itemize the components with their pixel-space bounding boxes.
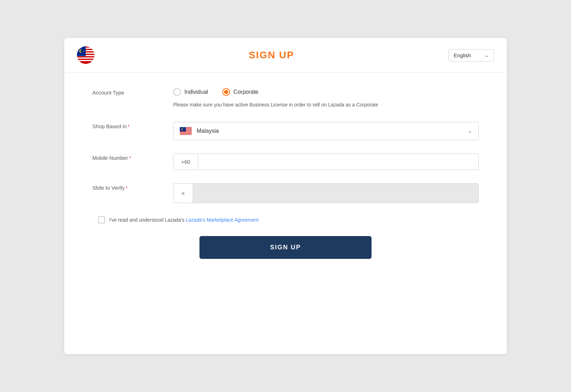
svg-rect-16 — [180, 132, 192, 133]
svg-point-9 — [80, 50, 83, 53]
radio-corporate[interactable]: Corporate — [222, 88, 258, 96]
svg-rect-6 — [77, 60, 94, 61]
malaysia-flag-icon — [180, 127, 192, 135]
page-header: SIGN UP English ⌄ — [64, 38, 507, 73]
svg-rect-18 — [180, 134, 192, 135]
agreement-label: I've read and understood Lazada's Lazada… — [109, 217, 258, 223]
mobile-input-group: +60 — [173, 153, 479, 170]
shop-based-in-label: Shop Based in* — [92, 122, 173, 129]
shop-based-in-content: Malaysia ⌄ — [173, 122, 479, 140]
shop-based-in-row: Shop Based in* — [92, 122, 479, 140]
corporate-notice: Please make sure you have active Busines… — [173, 101, 412, 109]
logo — [77, 46, 94, 64]
agreement-checkbox[interactable] — [98, 216, 105, 223]
svg-rect-17 — [180, 133, 192, 134]
marketplace-agreement-link[interactable]: Lazada's Marketplace Agreement — [186, 217, 258, 223]
slide-to-verify-content: » — [173, 183, 479, 203]
radio-individual-label: Individual — [184, 89, 208, 95]
account-type-content: Individual Corporate Please make sure yo… — [173, 88, 479, 109]
slide-to-verify-label: Slide to Verify* — [92, 183, 173, 191]
mobile-number-row: Mobile Number* +60 — [92, 153, 479, 170]
required-star-verify: * — [126, 185, 128, 191]
mobile-number-input[interactable] — [198, 154, 478, 170]
agreement-row: I've read and understood Lazada's Lazada… — [92, 216, 479, 223]
required-star-shop: * — [128, 123, 130, 129]
svg-rect-5 — [77, 58, 94, 59]
shop-selected-country: Malaysia — [197, 128, 219, 134]
language-selector[interactable]: English ⌄ — [448, 49, 494, 61]
account-type-radio-group: Individual Corporate — [173, 88, 479, 96]
slide-to-verify-row: Slide to Verify* » — [92, 183, 479, 203]
signup-button[interactable]: SIGN UP — [199, 236, 372, 259]
radio-individual-circle[interactable] — [173, 88, 181, 96]
shop-select-left: Malaysia — [180, 127, 219, 135]
signup-card: SIGN UP English ⌄ Account Type Individua… — [64, 38, 507, 354]
page-title: SIGN UP — [94, 50, 448, 61]
language-label: English — [454, 52, 471, 58]
svg-point-21 — [182, 129, 184, 131]
slide-to-verify-slider[interactable]: » — [173, 183, 479, 203]
radio-corporate-label: Corporate — [234, 89, 258, 95]
shop-select-chevron-icon: ⌄ — [468, 128, 472, 134]
language-chevron-icon: ⌄ — [485, 52, 489, 58]
radio-corporate-circle[interactable] — [222, 88, 230, 96]
form-body: Account Type Individual Corporate Please… — [64, 73, 507, 276]
country-code: +60 — [173, 154, 198, 170]
slider-arrows-icon: » — [182, 190, 185, 196]
radio-individual[interactable]: Individual — [173, 88, 208, 96]
shop-based-in-select[interactable]: Malaysia ⌄ — [173, 122, 479, 140]
mobile-number-label: Mobile Number* — [92, 153, 173, 161]
account-type-label: Account Type — [92, 88, 173, 96]
mobile-number-content: +60 — [173, 153, 479, 170]
account-type-row: Account Type Individual Corporate Please… — [92, 88, 479, 109]
slider-handle[interactable]: » — [173, 184, 193, 203]
required-star-mobile: * — [129, 155, 131, 161]
